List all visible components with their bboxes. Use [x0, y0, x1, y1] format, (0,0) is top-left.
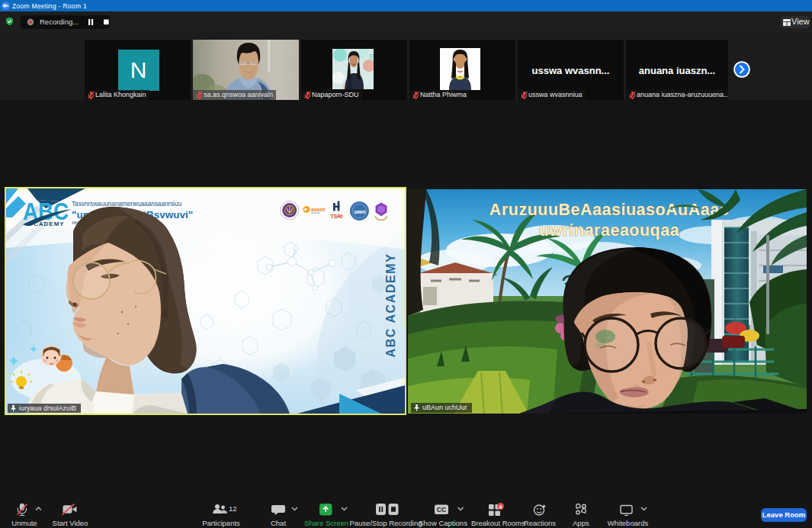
svg-text:ABC ACADEMY: ABC ACADEMY	[384, 253, 397, 357]
svg-text:uwn: uwn	[355, 208, 366, 215]
svg-text:CADEMY: CADEMY	[34, 221, 65, 227]
svg-text:aoash: aoash	[311, 207, 326, 212]
svg-text:Tasvnrswauunanamerwuaaansaanrs: Tasvnrswauunanamerwuaaansaanrsiuu	[72, 201, 182, 208]
svg-text:12: 12	[229, 504, 237, 513]
svg-text:uwrinaraeaouqaa: uwrinaraeaouqaa	[539, 221, 680, 240]
svg-text:CC: CC	[437, 506, 446, 514]
svg-text:TSRI: TSRI	[331, 214, 343, 219]
svg-text:AruzuuuBeAaasiuasoAuAaas: AruzuuuBeAaasiuasoAuAaas	[489, 201, 729, 219]
